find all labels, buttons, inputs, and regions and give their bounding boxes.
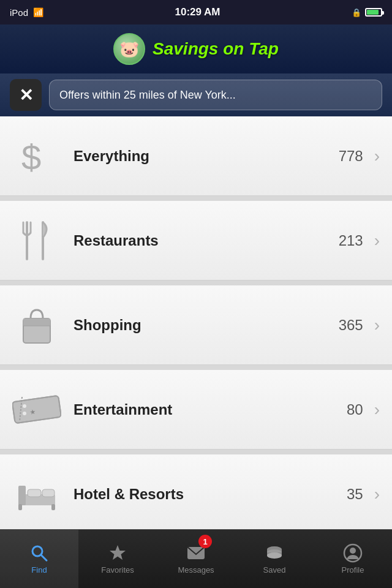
tab-bar: Find Favorites 1 Messages Saved (0, 529, 392, 588)
svg-rect-17 (28, 489, 41, 497)
chevron-right-icon: › (374, 231, 380, 251)
ticket-icon: ★ (12, 393, 61, 426)
category-icon-restaurants (12, 216, 61, 265)
tab-saved[interactable]: Saved (235, 530, 314, 588)
svg-rect-16 (18, 486, 26, 505)
category-label-shopping: Shopping (61, 317, 339, 334)
app-header: 🐷 Savings on Tap (0, 24, 392, 74)
search-field[interactable]: Offers within 25 miles of New York... (49, 80, 382, 110)
category-icon-entertainment: ★ (12, 385, 61, 434)
category-item-restaurants[interactable]: Restaurants 213 › (0, 201, 392, 281)
category-icon-hotel (12, 470, 61, 519)
tab-messages-label: Messages (178, 565, 214, 575)
app-logo: 🐷 (113, 33, 145, 65)
tab-messages[interactable]: 1 Messages (157, 530, 235, 588)
category-item-shopping[interactable]: Shopping 365 › (0, 285, 392, 365)
star-icon (108, 543, 127, 563)
svg-rect-18 (42, 489, 55, 497)
svg-rect-20 (51, 504, 55, 510)
chevron-right-icon: › (374, 146, 380, 166)
category-count-entertainment: 80 (347, 401, 363, 418)
bed-icon (15, 477, 58, 511)
category-count-hotel-resorts: 35 (347, 486, 363, 503)
chevron-right-icon: › (374, 400, 380, 420)
svg-line-24 (41, 555, 47, 560)
separator (0, 450, 392, 454)
search-icon (29, 543, 49, 563)
svg-text:$: $ (21, 138, 41, 175)
svg-point-13 (23, 412, 26, 415)
separator (0, 281, 392, 285)
chevron-right-icon: › (374, 315, 380, 335)
tab-profile[interactable]: Profile (314, 530, 392, 588)
category-label-everything: Everything (61, 148, 339, 165)
messages-badge: 1 (198, 535, 212, 548)
category-item-entertainment[interactable]: ★ Entertainment 80 › (0, 370, 392, 450)
category-icon-everything: $ (12, 132, 61, 181)
tab-favorites[interactable]: Favorites (78, 530, 157, 588)
status-right: 🔒 (352, 8, 382, 17)
chevron-right-icon: › (374, 484, 380, 504)
separator (0, 365, 392, 370)
tab-find-label: Find (31, 565, 47, 575)
category-list: $ Everything 778 › Restaurants 213 › (0, 116, 392, 567)
tab-profile-label: Profile (342, 565, 364, 575)
status-left: iPod 📶 (10, 7, 43, 18)
category-count-shopping: 365 (339, 317, 363, 334)
search-bar: ✕ Offers within 25 miles of New York... (0, 74, 392, 116)
category-item-hotel-resorts[interactable]: Hotel & Resorts 35 › (0, 454, 392, 534)
battery-fill (367, 10, 379, 15)
svg-marker-25 (110, 545, 126, 560)
lock-icon: 🔒 (352, 8, 361, 17)
clear-search-button[interactable]: ✕ (10, 79, 42, 111)
wifi-icon: 📶 (33, 7, 43, 17)
app-title: Savings on Tap (153, 39, 279, 59)
dollar-icon: $ (18, 138, 55, 175)
battery-icon (365, 8, 382, 17)
coins-icon (265, 543, 284, 563)
category-count-restaurants: 213 (339, 232, 363, 249)
category-item-everything[interactable]: $ Everything 778 › (0, 116, 392, 196)
category-icon-shopping (12, 301, 61, 350)
status-time: 10:29 AM (175, 6, 221, 18)
svg-rect-19 (18, 504, 22, 510)
profile-icon (343, 543, 363, 563)
category-count-everything: 778 (339, 148, 363, 165)
shopping-bag-icon (17, 304, 57, 347)
svg-point-12 (23, 404, 26, 408)
svg-point-33 (350, 548, 356, 554)
fork-knife-icon (18, 219, 55, 262)
close-icon: ✕ (19, 85, 33, 105)
svg-rect-7 (23, 318, 50, 326)
tab-favorites-label: Favorites (101, 565, 134, 575)
svg-point-31 (267, 552, 282, 559)
svg-text:★: ★ (29, 407, 37, 415)
separator (0, 196, 392, 201)
tab-find[interactable]: Find (0, 530, 78, 588)
tab-saved-label: Saved (263, 565, 286, 575)
device-label: iPod (10, 7, 28, 18)
category-label-entertainment: Entertainment (61, 401, 347, 418)
category-label-restaurants: Restaurants (61, 232, 339, 249)
category-label-hotel-resorts: Hotel & Resorts (61, 486, 347, 503)
status-bar: iPod 📶 10:29 AM 🔒 (0, 0, 392, 24)
